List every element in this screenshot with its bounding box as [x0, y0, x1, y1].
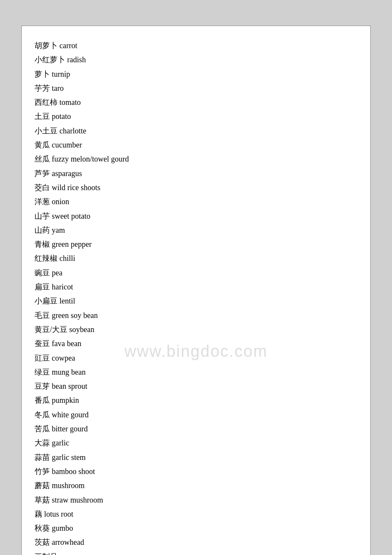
- list-item: 苦瓜 bitter gourd: [35, 422, 357, 436]
- list-item: 土豆 potato: [35, 110, 357, 124]
- list-item: 大蒜 garlic: [35, 436, 357, 450]
- list-item: 洋葱 onion: [35, 195, 357, 209]
- list-item: 西红柿 tomato: [35, 95, 357, 110]
- list-item: 芦笋 asparagus: [35, 167, 357, 181]
- list-item: 绿豆 mung bean: [35, 365, 357, 379]
- list-item: 毛豆 green soy bean: [35, 309, 357, 323]
- list-item: 萝卜 turnip: [35, 67, 357, 81]
- list-item: 红辣椒 chilli: [35, 251, 357, 266]
- document-container: www.bingdoc.com 胡萝卜 carrot小红萝卜 radish萝卜 …: [21, 26, 371, 555]
- list-item: 山药 yam: [35, 223, 357, 237]
- list-item: 豇豆 cowpea: [35, 351, 357, 365]
- list-item: 小扁豆 lentil: [35, 294, 357, 308]
- list-item: 茭白 wild rice shoots: [35, 181, 357, 195]
- list-item: 冬瓜 white gourd: [35, 408, 357, 422]
- list-item: 竹笋 bamboo shoot: [35, 465, 357, 479]
- list-item: 小红萝卜 radish: [35, 53, 357, 67]
- list-item: 藕 lotus root: [35, 507, 357, 521]
- list-item: 草菇 straw mushroom: [35, 493, 357, 507]
- list-item: 芋芳 taro: [35, 81, 357, 95]
- list-item: 山芋 sweet potato: [35, 209, 357, 223]
- list-item: 黄瓜 cucumber: [35, 138, 357, 152]
- list-item: 小土豆 charlotte: [35, 124, 357, 138]
- list-item: 秋葵 gumbo: [35, 521, 357, 535]
- list-item: 扁豆 haricot: [35, 280, 357, 294]
- list-item: 豆芽 bean sprout: [35, 379, 357, 393]
- list-item: 丝瓜 fuzzy melon/towel gourd: [35, 152, 357, 166]
- list-item: 蒜苗 garlic stem: [35, 451, 357, 465]
- vocabulary-list: 胡萝卜 carrot小红萝卜 radish萝卜 turnip芋芳 taro西红柿…: [35, 39, 357, 555]
- list-item: 豆制品：: [35, 550, 357, 555]
- list-item: 青椒 green pepper: [35, 237, 357, 251]
- list-item: 胡萝卜 carrot: [35, 39, 357, 53]
- list-item: 黄豆/大豆 soybean: [35, 323, 357, 337]
- list-item: 蘑菇 mushroom: [35, 479, 357, 493]
- list-item: 茨菇 arrowhead: [35, 535, 357, 549]
- list-item: 蚕豆 fava bean: [35, 337, 357, 351]
- list-item: 豌豆 pea: [35, 266, 357, 280]
- list-item: 番瓜 pumpkin: [35, 393, 357, 408]
